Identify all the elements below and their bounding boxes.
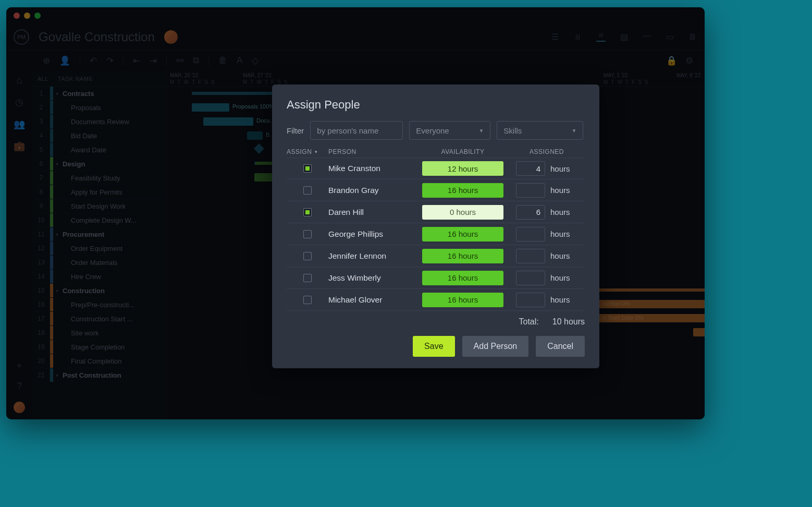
person-row: Brandon Gray16 hourshours bbox=[287, 179, 585, 201]
assigned-hours-input[interactable] bbox=[516, 293, 545, 307]
people-column-headers: ASSIGN▼ PERSON AVAILABILITY ASSIGNED bbox=[287, 148, 585, 155]
person-row: Daren Hill0 hours6hours bbox=[287, 201, 585, 223]
hours-label: hours bbox=[550, 230, 570, 238]
total-value: 10 hours bbox=[552, 317, 585, 327]
availability-pill: 16 hours bbox=[422, 249, 503, 263]
col-availability[interactable]: AVAILABILITY bbox=[417, 148, 509, 155]
chevron-down-icon: ▼ bbox=[571, 128, 576, 134]
hours-label: hours bbox=[550, 186, 570, 195]
person-name: Daren Hill bbox=[328, 208, 417, 217]
person-row: Mike Cranston12 hours4hours bbox=[287, 158, 585, 179]
filter-label: Filter bbox=[287, 126, 304, 135]
modal-buttons: Save Add Person Cancel bbox=[287, 336, 585, 357]
person-row: George Phillips16 hourshours bbox=[287, 223, 585, 245]
assign-checkbox[interactable] bbox=[303, 230, 312, 238]
person-name: Brandon Gray bbox=[328, 186, 417, 195]
app-window: PM Govalle Construction ☰ ⫼ ≡ ▤ 〰 ▭ 🗎 ⊕ … bbox=[6, 7, 705, 419]
assign-people-modal: Assign People Filter by person's name Ev… bbox=[272, 84, 599, 368]
assigned-hours-input[interactable] bbox=[516, 249, 545, 263]
availability-pill: 16 hours bbox=[422, 183, 503, 198]
assigned-hours-input[interactable] bbox=[516, 227, 545, 242]
availability-pill: 16 hours bbox=[422, 293, 503, 307]
total-label: Total: bbox=[519, 317, 538, 327]
assigned-hours-input[interactable]: 6 bbox=[516, 205, 545, 220]
save-button[interactable]: Save bbox=[413, 336, 454, 357]
person-row: Michael Glover16 hourshours bbox=[287, 289, 585, 311]
assigned-hours-input[interactable]: 4 bbox=[516, 161, 545, 176]
availability-pill: 16 hours bbox=[422, 227, 503, 242]
person-name: Michael Glover bbox=[328, 295, 417, 305]
assign-checkbox[interactable] bbox=[303, 296, 312, 304]
availability-pill: 12 hours bbox=[422, 161, 503, 176]
assign-checkbox[interactable] bbox=[303, 164, 312, 173]
assign-checkbox[interactable] bbox=[303, 252, 312, 260]
person-row: Jess Wimberly16 hourshours bbox=[287, 267, 585, 289]
person-name: Jess Wimberly bbox=[328, 273, 417, 283]
chevron-down-icon: ▼ bbox=[478, 128, 484, 134]
assigned-hours-input[interactable] bbox=[516, 183, 545, 198]
assign-checkbox[interactable] bbox=[303, 274, 312, 282]
col-person[interactable]: PERSON bbox=[328, 148, 417, 155]
cancel-button[interactable]: Cancel bbox=[536, 336, 585, 357]
filter-name-input[interactable]: by person's name bbox=[310, 121, 403, 140]
availability-pill: 0 hours bbox=[422, 205, 503, 220]
col-assigned[interactable]: ASSIGNED bbox=[509, 148, 585, 155]
total-row: Total: 10 hours bbox=[287, 317, 585, 327]
hours-label: hours bbox=[550, 295, 570, 304]
col-assign[interactable]: ASSIGN▼ bbox=[287, 148, 328, 155]
hours-label: hours bbox=[550, 164, 570, 173]
person-row: Jennifer Lennon16 hourshours bbox=[287, 245, 585, 267]
hours-label: hours bbox=[550, 251, 570, 260]
availability-pill: 16 hours bbox=[422, 271, 503, 285]
filter-everyone-select[interactable]: Everyone ▼ bbox=[409, 121, 490, 140]
add-person-button[interactable]: Add Person bbox=[462, 336, 529, 357]
filter-row: Filter by person's name Everyone ▼ Skill… bbox=[287, 121, 585, 140]
person-name: George Phillips bbox=[328, 230, 417, 239]
person-name: Jennifer Lennon bbox=[328, 251, 417, 261]
people-list: Mike Cranston12 hours4hoursBrandon Gray1… bbox=[287, 158, 585, 311]
hours-label: hours bbox=[550, 208, 570, 216]
assign-checkbox[interactable] bbox=[303, 186, 312, 195]
hours-label: hours bbox=[550, 273, 570, 282]
filter-skills-select[interactable]: Skills ▼ bbox=[497, 121, 583, 140]
person-name: Mike Cranston bbox=[328, 164, 417, 173]
modal-title: Assign People bbox=[287, 98, 585, 112]
assign-checkbox[interactable] bbox=[303, 208, 312, 216]
assigned-hours-input[interactable] bbox=[516, 271, 545, 285]
